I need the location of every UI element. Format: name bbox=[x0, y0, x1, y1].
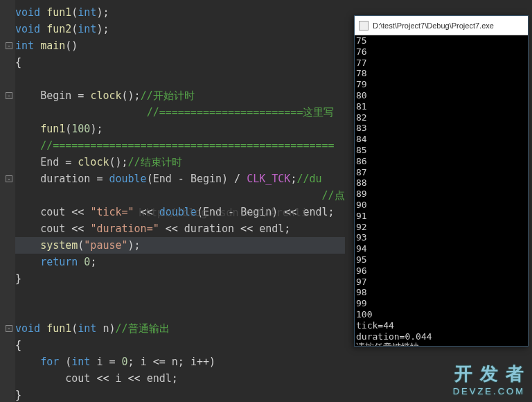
token-fn: fun2 bbox=[46, 23, 71, 35]
console-line: 92 bbox=[356, 222, 528, 233]
console-line: 81 bbox=[356, 101, 528, 112]
token-ident: endl bbox=[259, 222, 284, 235]
code-line[interactable]: { bbox=[15, 54, 345, 71]
console-line: 85 bbox=[356, 145, 528, 156]
token-ident: i bbox=[141, 356, 147, 368]
token-op: { bbox=[15, 339, 21, 351]
console-line: 93 bbox=[356, 232, 528, 243]
console-body[interactable]: 7576777879808182838485868788899091929394… bbox=[356, 35, 528, 346]
code-line[interactable]: } bbox=[15, 270, 345, 287]
token-op bbox=[15, 89, 40, 102]
code-line[interactable]: system("pause"); bbox=[15, 237, 345, 254]
token-ident: cout bbox=[40, 222, 65, 235]
fold-marker[interactable]: - bbox=[6, 325, 12, 332]
token-op: () bbox=[65, 40, 78, 52]
token-op: - bbox=[172, 173, 190, 185]
token-op: ( bbox=[147, 173, 153, 185]
token-str: "pause" bbox=[84, 239, 127, 252]
console-line: 100 bbox=[356, 309, 528, 320]
console-line: 90 bbox=[356, 200, 528, 211]
token-op: ); bbox=[96, 6, 109, 19]
code-line[interactable]: void fun1(int); bbox=[15, 4, 345, 21]
token-op: ( bbox=[65, 123, 71, 135]
token-ident: End bbox=[40, 156, 59, 168]
token-op: ; bbox=[90, 256, 96, 268]
token-ident: i bbox=[190, 356, 197, 368]
token-op: ) bbox=[109, 322, 115, 335]
token-kw: int bbox=[78, 23, 96, 35]
console-window[interactable]: D:\test\Project7\Debug\Project7.exe 7576… bbox=[354, 15, 529, 347]
watermark-text: http://blog.csdn.net/Arenli bbox=[139, 207, 308, 219]
token-ident: cout bbox=[40, 206, 65, 218]
code-line[interactable]: } bbox=[15, 387, 345, 402]
fold-marker[interactable]: - bbox=[6, 92, 12, 99]
code-line[interactable]: void fun1(int n)//普通输出 bbox=[15, 320, 345, 337]
token-com: //du bbox=[296, 173, 321, 185]
code-line[interactable]: //======================================… bbox=[15, 137, 345, 154]
token-op: ++) bbox=[197, 356, 215, 368]
code-line[interactable]: //点 bbox=[15, 187, 345, 204]
fold-marker[interactable]: - bbox=[6, 175, 12, 182]
console-line: 88 bbox=[356, 177, 528, 189]
code-line[interactable]: cout << "duration=" << duration << endl; bbox=[15, 220, 345, 237]
token-fn: main bbox=[40, 40, 65, 52]
token-op: ; bbox=[178, 356, 190, 368]
token-kw: void bbox=[15, 322, 40, 335]
fold-marker[interactable]: - bbox=[6, 42, 12, 49]
code-line[interactable]: Begin = clock();//开始计时 bbox=[15, 87, 345, 104]
code-line[interactable]: void fun2(int); bbox=[15, 21, 345, 37]
code-line[interactable]: End = clock();//结束计时 bbox=[15, 154, 345, 171]
token-op: << bbox=[159, 222, 184, 235]
token-ident: i bbox=[116, 372, 122, 385]
token-op: = bbox=[90, 173, 109, 185]
code-line[interactable]: cout << i << endl; bbox=[15, 370, 345, 387]
code-line[interactable] bbox=[15, 71, 345, 87]
token-kw: void bbox=[15, 23, 40, 35]
token-op: = bbox=[103, 356, 121, 368]
token-op bbox=[34, 40, 40, 52]
code-line[interactable]: int main() bbox=[15, 37, 345, 54]
code-line[interactable]: fun1(100); bbox=[15, 121, 345, 137]
token-op: = bbox=[71, 89, 90, 102]
code-line[interactable] bbox=[15, 287, 345, 304]
code-text-area[interactable]: void fun1(int);void fun2(int);int main()… bbox=[15, 4, 345, 402]
token-op bbox=[15, 139, 40, 152]
console-line: 95 bbox=[356, 254, 528, 265]
token-op: ( bbox=[78, 239, 84, 252]
token-op: ( bbox=[71, 6, 78, 19]
token-op bbox=[15, 173, 40, 185]
console-line: 91 bbox=[356, 211, 528, 222]
token-com: //======================================… bbox=[40, 139, 334, 152]
code-line[interactable]: duration = double(End - Begin) / CLK_TCK… bbox=[15, 171, 345, 187]
token-com: //=======================这里写 bbox=[147, 106, 335, 119]
token-ident: End bbox=[153, 173, 172, 185]
token-op: << bbox=[234, 222, 259, 235]
code-line[interactable]: for (int i = 0; i <= n; i++) bbox=[15, 353, 345, 370]
console-titlebar[interactable]: D:\test\Project7\Debug\Project7.exe bbox=[355, 16, 528, 35]
code-line[interactable]: return 0; bbox=[15, 254, 345, 270]
token-kw: int bbox=[78, 322, 96, 335]
token-kw: for bbox=[40, 356, 59, 368]
console-line: 89 bbox=[356, 189, 528, 200]
code-line[interactable]: //=======================这里写 bbox=[15, 104, 345, 121]
console-line: duration=0.044 bbox=[356, 331, 528, 342]
token-kw: int bbox=[15, 40, 34, 52]
console-line: tick=44 bbox=[356, 320, 528, 331]
token-op: ); bbox=[90, 123, 103, 135]
token-num: 100 bbox=[71, 123, 90, 135]
token-com: //开始计时 bbox=[141, 89, 195, 102]
token-ident: duration bbox=[40, 173, 90, 185]
gutter[interactable]: ---- bbox=[0, 0, 15, 402]
code-line[interactable] bbox=[15, 304, 345, 320]
token-op bbox=[40, 6, 46, 19]
token-str: "duration=" bbox=[90, 222, 159, 235]
code-line[interactable]: { bbox=[15, 337, 345, 353]
token-op: <= bbox=[147, 356, 172, 368]
console-line: 98 bbox=[356, 287, 528, 298]
token-fn: system bbox=[40, 239, 78, 252]
console-line: 86 bbox=[356, 156, 528, 167]
console-line: 84 bbox=[356, 134, 528, 145]
console-line: 97 bbox=[356, 277, 528, 288]
console-line: 83 bbox=[356, 123, 528, 134]
token-op: = bbox=[59, 156, 78, 168]
